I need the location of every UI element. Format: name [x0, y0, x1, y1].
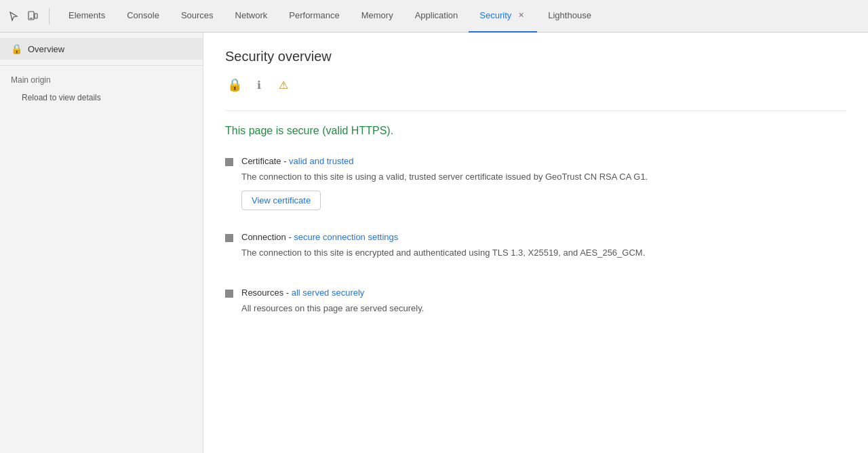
- tab-lighthouse[interactable]: Lighthouse: [537, 0, 602, 33]
- tab-network[interactable]: Network: [224, 0, 279, 33]
- sidebar-reload-item[interactable]: Reload to view details: [0, 89, 203, 106]
- tab-security-close[interactable]: ✕: [515, 10, 526, 21]
- connection-content: Connection - secure connection settings …: [241, 232, 846, 267]
- tab-application[interactable]: Application: [404, 0, 469, 33]
- content-area: Security overview 🔒 ℹ ⚠ This page is sec…: [203, 33, 868, 453]
- secure-heading: This page is secure (valid HTTPS).: [225, 125, 846, 137]
- svg-rect-1: [35, 14, 37, 18]
- devtools-icon-group: [5, 8, 50, 24]
- page-title: Security overview: [225, 49, 846, 64]
- sidebar: 🔒 Overview Main origin Reload to view de…: [0, 33, 203, 453]
- certificate-icon: [225, 158, 233, 166]
- certificate-section: Certificate - valid and trusted The conn…: [225, 156, 846, 210]
- resources-content: Resources - all served securely All reso…: [241, 288, 846, 322]
- content-divider: [225, 111, 846, 111]
- tab-sources[interactable]: Sources: [170, 0, 224, 33]
- tab-bar: Elements Console Sources Network Perform…: [0, 0, 868, 33]
- connection-section: Connection - secure connection settings …: [225, 232, 846, 267]
- certificate-content: Certificate - valid and trusted The conn…: [241, 156, 846, 210]
- green-lock-icon: 🔒: [227, 77, 242, 92]
- resources-title: Resources - all served securely: [241, 288, 846, 298]
- connection-title: Connection - secure connection settings: [241, 232, 846, 242]
- warning-icon-btn[interactable]: ⚠: [274, 75, 293, 94]
- resources-icon: [225, 290, 233, 298]
- resources-section: Resources - all served securely All reso…: [225, 288, 846, 322]
- certificate-desc: The connection to this site is using a v…: [241, 170, 846, 184]
- connection-icon: [225, 234, 233, 242]
- tabs: Elements Console Sources Network Perform…: [58, 0, 602, 32]
- connection-status-link[interactable]: secure connection settings: [294, 232, 398, 242]
- sidebar-overview-label: Overview: [28, 44, 64, 54]
- info-icon-btn[interactable]: ℹ: [250, 75, 269, 94]
- certificate-status-link[interactable]: valid and trusted: [289, 156, 353, 166]
- device-icon[interactable]: [24, 8, 41, 24]
- sidebar-main-origin: Main origin: [0, 71, 203, 89]
- resources-desc: All resources on this page are served se…: [241, 302, 846, 315]
- view-certificate-button[interactable]: View certificate: [241, 191, 321, 210]
- resources-status-link[interactable]: all served securely: [292, 288, 365, 298]
- lock-icon: 🔒: [11, 43, 22, 54]
- tab-memory[interactable]: Memory: [351, 0, 404, 33]
- sidebar-divider: [0, 65, 203, 66]
- tab-security[interactable]: Security ✕: [469, 0, 537, 33]
- info-icon: ℹ: [257, 79, 261, 92]
- warning-icon: ⚠: [279, 79, 288, 92]
- certificate-title: Certificate - valid and trusted: [241, 156, 846, 166]
- tab-elements[interactable]: Elements: [58, 0, 116, 33]
- sidebar-overview[interactable]: 🔒 Overview: [0, 38, 203, 60]
- tab-performance[interactable]: Performance: [278, 0, 350, 33]
- connection-desc: The connection to this site is encrypted…: [241, 246, 846, 260]
- icon-row: 🔒 ℹ ⚠: [225, 75, 846, 94]
- lock-status-icon[interactable]: 🔒: [225, 75, 244, 94]
- main-layout: 🔒 Overview Main origin Reload to view de…: [0, 33, 868, 453]
- cursor-icon[interactable]: [5, 8, 22, 24]
- tab-console[interactable]: Console: [116, 0, 170, 33]
